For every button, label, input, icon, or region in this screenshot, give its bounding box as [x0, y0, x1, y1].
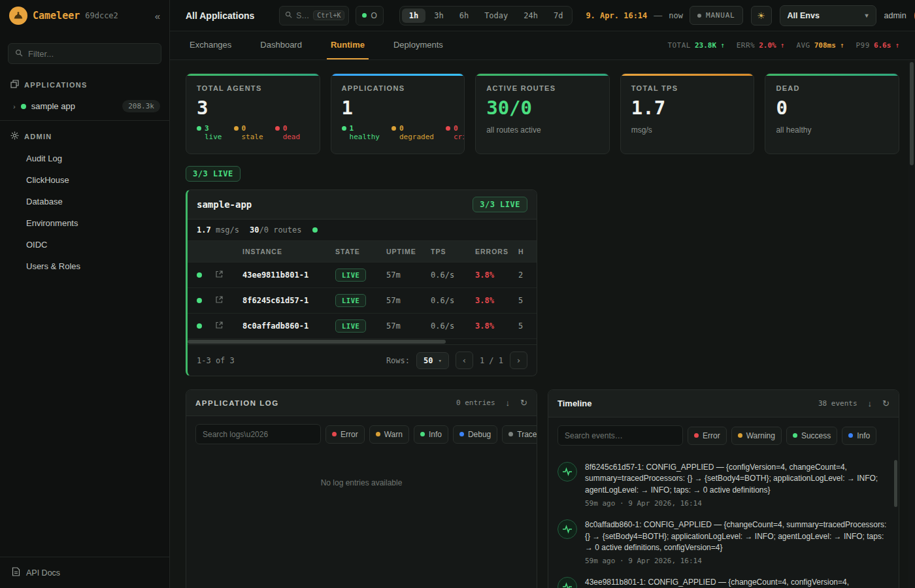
filter-chip-warn[interactable]: Warn — [369, 425, 409, 444]
timeline-toolbar: Error Warning Success Info — [548, 417, 899, 453]
filter-chip-success[interactable]: Success — [786, 427, 837, 445]
theme-toggle-button[interactable]: ☀ — [751, 6, 772, 25]
range-button-1h[interactable]: 1h — [402, 8, 425, 23]
filter-chip-trace[interactable]: Trace — [502, 425, 537, 444]
tps-cell: 0.6/s — [427, 314, 471, 339]
stat-err-value: 2.0% — [759, 41, 776, 50]
rows-per-page-label: Rows: — [386, 356, 410, 365]
uptime-cell: 57m — [382, 263, 427, 288]
range-button-today[interactable]: Today — [477, 8, 515, 23]
sidebar-item-database[interactable]: Database — [0, 191, 169, 212]
card-total-tps: TOTAL TPS 1.7 msg/s — [620, 73, 755, 154]
card-subtitle: msg/s — [631, 125, 744, 135]
tab-deployments[interactable]: Deployments — [390, 31, 447, 59]
tab-dashboard[interactable]: Dashboard — [256, 31, 306, 59]
sidebar-item-users-roles[interactable]: Users & Roles — [0, 255, 169, 277]
rows-per-page-select[interactable]: 50 ▾ — [416, 352, 449, 369]
timeline-event[interactable]: 8c0affadb860-1: CONFIG_APPLIED — {change… — [557, 514, 888, 571]
range-button-24h[interactable]: 24h — [516, 8, 545, 23]
next-page-button[interactable]: › — [510, 351, 527, 369]
timeline-scrollbar-thumb[interactable] — [894, 460, 897, 507]
sidebar-collapse-icon[interactable]: « — [155, 10, 160, 22]
filter-chip-warning[interactable]: Warning — [731, 427, 782, 445]
card-title: APPLICATIONS — [342, 84, 454, 92]
card-accent — [765, 74, 899, 76]
keyboard-shortcut-badge: Ctrl+K — [313, 10, 344, 20]
environment-select[interactable]: All Envs ▾ — [780, 5, 876, 26]
api-docs-link[interactable]: API Docs — [0, 557, 169, 588]
sidebar-filter[interactable] — [8, 43, 161, 64]
table-row[interactable]: 8f6245c61d57-1 LIVE 57m 0.6/s 3.8% 5 — [188, 288, 537, 314]
download-icon[interactable]: ↓ — [506, 399, 510, 407]
refresh-icon[interactable]: ↻ — [882, 399, 890, 408]
external-link-icon[interactable] — [215, 297, 224, 306]
timeline-event[interactable]: 43ee9811b801-1: CONFIG_APPLIED — {change… — [557, 571, 888, 588]
chip-label: Error — [341, 430, 358, 439]
uptime-cell: 57m — [382, 288, 427, 314]
online-indicator-button[interactable]: O — [356, 6, 383, 25]
camel-logo-icon — [9, 7, 27, 25]
state-badge: LIVE — [335, 294, 366, 307]
horizontal-scrollbar-thumb[interactable] — [188, 340, 446, 344]
external-link-icon[interactable] — [215, 271, 224, 280]
tab-runtime[interactable]: Runtime — [327, 31, 369, 59]
external-link-icon[interactable] — [215, 322, 224, 331]
chip-label: Info — [429, 430, 442, 439]
card-value: 0 — [776, 97, 888, 119]
manual-refresh-button[interactable]: MANUAL — [690, 6, 743, 25]
sidebar-item-clickhouse[interactable]: ClickHouse — [0, 169, 169, 191]
table-row[interactable]: 43ee9811b801-1 LIVE 57m 0.6/s 3.8% 2 — [188, 263, 537, 288]
heap-cell: 5 — [514, 288, 537, 314]
tab-exchanges[interactable]: Exchanges — [186, 31, 235, 59]
time-range-start[interactable]: 9. Apr. 16:14 — [586, 11, 647, 20]
sidebar-item-audit-log[interactable]: Audit Log — [0, 148, 169, 169]
state-badge: LIVE — [335, 269, 366, 282]
timeline-events-list: 8f6245c61d57-1: CONFIG_APPLIED — {config… — [548, 453, 899, 588]
refresh-icon[interactable]: ↻ — [520, 399, 527, 407]
table-footer: 1-3 of 3 Rows: 50 ▾ ‹ 1 / 1 › — [188, 344, 537, 376]
chevron-down-icon: ▾ — [865, 12, 869, 19]
prev-page-button[interactable]: ‹ — [456, 351, 473, 369]
sidebar-item-oidc[interactable]: OIDC — [0, 234, 169, 255]
environment-select-value: All Envs — [788, 11, 820, 20]
timeline-search-input[interactable] — [557, 425, 683, 446]
content-area: TOTAL AGENTS 3 3live 0stale — [170, 60, 915, 588]
log-empty-state: No log entries available — [186, 452, 537, 514]
sidebar-item-sample-app[interactable]: › sample app 208.3k — [0, 96, 169, 120]
sample-app-panel: sample-app 3/3 LIVE 1.7 msg/s 30/0 route… — [186, 189, 537, 376]
chip-label: Trace — [517, 430, 537, 439]
sidebar-item-environments[interactable]: Environments — [0, 212, 169, 234]
event-text: 43ee9811b801-1: CONFIG_APPLIED — {change… — [585, 577, 849, 588]
range-button-7d[interactable]: 7d — [546, 8, 570, 23]
sub-label: degraded — [399, 133, 434, 141]
application-log-panel: APPLICATION LOG 0 entries ↓ ↻ Error Warn… — [186, 389, 537, 588]
stat-avg-value: 708ms — [814, 41, 836, 50]
stat-cards-row: TOTAL AGENTS 3 3live 0stale — [186, 73, 899, 154]
range-button-6h[interactable]: 6h — [452, 8, 476, 23]
table-row[interactable]: 8c0affadb860-1 LIVE 57m 0.6/s 3.8% 5 — [188, 314, 537, 339]
global-search-input[interactable]: S… Ctrl+K — [279, 6, 349, 25]
sub-label: live — [205, 133, 222, 141]
sidebar-filter-input[interactable] — [28, 49, 154, 59]
page-scrollbar-thumb[interactable] — [910, 62, 914, 165]
log-search-input[interactable] — [195, 424, 321, 444]
time-range-end[interactable]: now — [669, 11, 683, 20]
app-root: Cameleer 69dcce2 « APPLICATIONS › sample… — [0, 0, 915, 588]
filter-chip-info[interactable]: Info — [414, 425, 448, 444]
range-button-3h[interactable]: 3h — [427, 8, 450, 23]
filter-chip-error[interactable]: Error — [688, 427, 727, 445]
download-icon[interactable]: ↓ — [868, 399, 873, 408]
stat-avg: AVG 708ms ↑ — [796, 41, 844, 50]
timeline-event[interactable]: 8f6245c61d57-1: CONFIG_APPLIED — {config… — [557, 456, 888, 514]
sub-label: stale — [242, 133, 263, 141]
event-time: 59m ago · 9 Apr 2026, 16:14 — [585, 499, 888, 508]
errors-cell: 3.8% — [471, 314, 514, 339]
horizontal-scrollbar[interactable] — [188, 338, 537, 344]
filter-chip-info[interactable]: Info — [842, 427, 876, 445]
page-scrollbar[interactable] — [908, 61, 915, 588]
tps-value: 1.7 — [197, 225, 211, 235]
filter-chip-debug[interactable]: Debug — [453, 425, 497, 444]
filter-chip-error[interactable]: Error — [325, 425, 365, 444]
expand-chevron-icon[interactable]: › — [13, 103, 16, 110]
log-toolbar: Error Warn Info Debug Trace — [186, 416, 537, 452]
